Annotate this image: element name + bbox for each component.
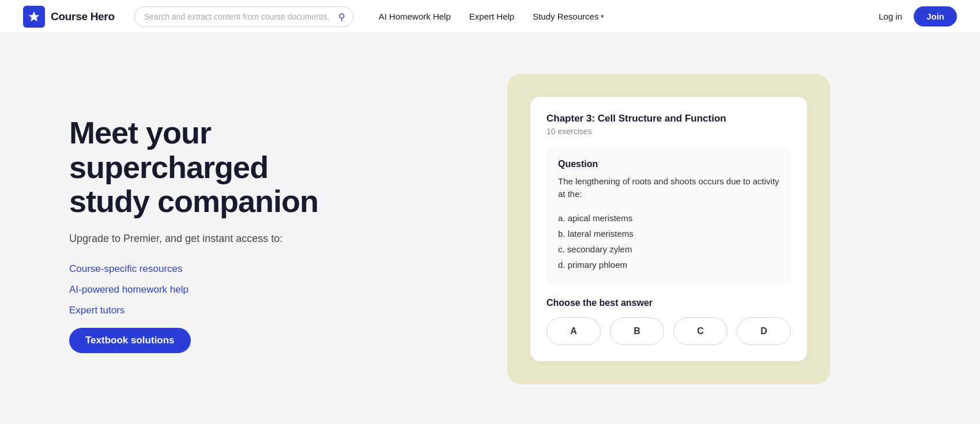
answer-btn-a[interactable]: A bbox=[546, 317, 601, 345]
choose-label: Choose the best answer bbox=[546, 298, 791, 308]
main-content: Meet your supercharged study companion U… bbox=[0, 33, 980, 424]
svg-marker-0 bbox=[29, 11, 39, 21]
question-options: a. apical meristems b. lateral meristems… bbox=[558, 210, 779, 272]
login-button[interactable]: Log in bbox=[879, 12, 902, 21]
feature-link-ai[interactable]: AI-powered homework help bbox=[69, 284, 392, 296]
answer-btn-d[interactable]: D bbox=[737, 317, 791, 345]
search-bar[interactable]: ⚲ bbox=[134, 6, 353, 27]
answer-buttons: A B C D bbox=[546, 317, 791, 345]
option-a: a. apical meristems bbox=[558, 210, 779, 226]
option-b: b. lateral meristems bbox=[558, 226, 779, 241]
question-text: The lengthening of roots and shoots occu… bbox=[558, 175, 779, 201]
nav-expert-help[interactable]: Expert Help bbox=[469, 12, 514, 21]
site-header: Course Hero ⚲ AI Homework Help Expert He… bbox=[0, 0, 980, 33]
chevron-down-icon: ▾ bbox=[601, 13, 604, 20]
feature-link-course[interactable]: Course-specific resources bbox=[69, 263, 392, 275]
card-container: Chapter 3: Cell Structure and Function 1… bbox=[507, 74, 830, 384]
feature-link-tutors[interactable]: Expert tutors bbox=[69, 305, 392, 316]
header-actions: Log in Join bbox=[879, 6, 957, 26]
textbook-solutions-button[interactable]: Textbook solutions bbox=[69, 328, 191, 353]
answer-btn-c[interactable]: C bbox=[673, 317, 728, 345]
nav-study-resources[interactable]: Study Resources ▾ bbox=[533, 12, 604, 21]
option-c: c. secondary zylem bbox=[558, 241, 779, 257]
hero-subtitle: Upgrade to Premier, and get instant acce… bbox=[69, 233, 392, 245]
feature-list: Course-specific resources AI-powered hom… bbox=[69, 263, 392, 353]
question-label: Question bbox=[558, 159, 779, 169]
card-section: Chapter 3: Cell Structure and Function 1… bbox=[392, 74, 911, 384]
join-button[interactable]: Join bbox=[914, 6, 957, 26]
main-nav: AI Homework Help Expert Help Study Resou… bbox=[379, 12, 605, 21]
logo-text: Course Hero bbox=[51, 10, 115, 23]
logo-icon bbox=[23, 6, 45, 28]
question-card: Chapter 3: Cell Structure and Function 1… bbox=[530, 97, 807, 361]
question-box: Question The lengthening of roots and sh… bbox=[546, 147, 791, 284]
nav-ai-homework[interactable]: AI Homework Help bbox=[379, 12, 451, 21]
search-input[interactable] bbox=[134, 6, 353, 27]
card-exercises: 10 exercises bbox=[546, 127, 791, 136]
hero-title: Meet your supercharged study companion bbox=[69, 116, 392, 218]
option-d: d. primary phloem bbox=[558, 257, 779, 272]
card-chapter: Chapter 3: Cell Structure and Function bbox=[546, 113, 791, 124]
answer-btn-b[interactable]: B bbox=[610, 317, 664, 345]
logo[interactable]: Course Hero bbox=[23, 6, 115, 28]
hero-section: Meet your supercharged study companion U… bbox=[69, 104, 392, 353]
